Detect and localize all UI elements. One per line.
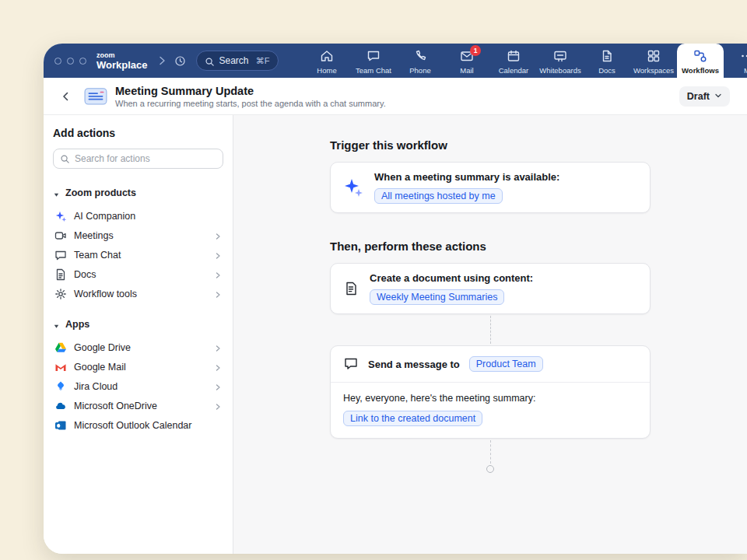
sidebar-item-meetings[interactable]: Meetings (53, 226, 223, 245)
nav-item-label: Workspaces (633, 66, 674, 75)
app-window: zoom Workplace Search ⌘F Home Team Chat (44, 44, 747, 554)
flow-end-circle[interactable] (486, 465, 494, 473)
chevron-right-icon (214, 290, 222, 298)
window-control-dots[interactable] (54, 58, 86, 65)
document-link-chip[interactable]: Link to the created document (343, 411, 482, 426)
nav-item-label: Home (317, 66, 336, 75)
search-label: Search (219, 55, 249, 66)
sidebar-item-label: Meetings (74, 230, 114, 241)
actions-heading: Then, perform these actions (330, 240, 651, 253)
sidebar-title: Add actions (53, 127, 223, 139)
nav-item-label: Mail (460, 66, 473, 75)
sidebar-item-google-drive[interactable]: Google Drive (53, 338, 223, 357)
search-shortcut: ⌘F (256, 56, 270, 66)
chevron-right-icon (214, 363, 222, 371)
sidebar-item-workflow-tools[interactable]: Workflow tools (53, 284, 223, 303)
draft-status-button[interactable]: Draft (679, 86, 730, 107)
section-label: Apps (65, 319, 89, 330)
trigger-card[interactable]: When a meeting summary is available: All… (330, 162, 651, 213)
workflow-subtitle: When a recurring meeting starts, post th… (115, 99, 386, 108)
chevron-down-icon (714, 91, 722, 102)
nav-item-workflows[interactable]: Workflows (677, 44, 724, 78)
connector-dashed (490, 440, 491, 464)
nav-item-label: Calendar (499, 66, 529, 75)
global-search-button[interactable]: Search ⌘F (196, 51, 279, 71)
connector-dashed (490, 316, 491, 344)
sidebar-item-label: AI Companion (74, 211, 135, 222)
chevron-right-icon (214, 251, 222, 259)
sidebar-item-jira-cloud[interactable]: Jira Cloud (53, 376, 223, 396)
back-button[interactable] (56, 86, 76, 107)
nav-item-mail[interactable]: 1 Mail (444, 44, 490, 78)
chevron-right-icon[interactable] (158, 55, 166, 66)
nav-item-whiteboards[interactable]: Whiteboards (537, 44, 584, 78)
top-navigation-bar: zoom Workplace Search ⌘F Home Team Chat (44, 44, 747, 78)
sidebar-item-ai-companion[interactable]: AI Companion (53, 206, 223, 226)
sidebar-item-team-chat[interactable]: Team Chat (53, 245, 223, 264)
chevron-right-icon (214, 232, 222, 240)
sidebar-item-label: Team Chat (74, 250, 121, 261)
logo-zoom-text: zoom (96, 52, 148, 59)
chevron-right-icon (214, 344, 222, 352)
create-document-card[interactable]: Create a document using content: Weekly … (330, 263, 651, 314)
mail-badge: 1 (470, 45, 481, 56)
whiteboards-icon (552, 48, 568, 64)
body-area: Add actions Zoom products AI Companion M… (44, 115, 747, 554)
more-icon (739, 48, 747, 64)
nav-item-phone[interactable]: Phone (397, 44, 444, 78)
nav-item-home[interactable]: Home (303, 44, 350, 78)
send-message-text: Send a message to (368, 359, 460, 370)
sidebar-item-microsoft-onedrive[interactable]: Microsoft OneDrive (53, 396, 223, 415)
document-content-chip[interactable]: Weekly Meeting Summaries (370, 289, 504, 305)
trigger-heading: Trigger this workflow (330, 138, 651, 152)
product-team-chip[interactable]: Product Team (469, 356, 543, 372)
caret-down-icon (53, 190, 60, 197)
jira-cloud-icon (54, 380, 67, 393)
workspaces-icon (646, 48, 661, 64)
nav-items: Home Team Chat Phone 1 Mail Calendar (303, 44, 747, 78)
history-icon[interactable] (174, 54, 187, 68)
nav-item-label: Whiteboards (539, 66, 580, 75)
action-search-input[interactable] (53, 149, 223, 169)
google-mail-icon (54, 361, 67, 373)
sidebar-item-microsoft-outlook-calendar[interactable]: Microsoft Outlook Calendar (53, 415, 223, 435)
meeting-summary-icon (84, 86, 107, 106)
document-icon (343, 281, 359, 296)
nav-item-label: Workflows (682, 66, 719, 75)
trigger-scope-chip[interactable]: All meetings hosted by me (374, 188, 503, 204)
home-icon (319, 48, 335, 64)
sidebar-item-label: Microsoft Outlook Calendar (74, 420, 191, 431)
nav-item-more[interactable]: M (724, 44, 747, 78)
chevron-right-icon (214, 271, 222, 278)
docs-icon (599, 48, 615, 64)
action-search (53, 149, 223, 169)
nav-item-label: Team Chat (356, 66, 391, 75)
docs-icon (54, 268, 67, 281)
nav-item-label: Docs (598, 66, 615, 75)
nav-item-workspaces[interactable]: Workspaces (630, 44, 677, 78)
send-message-card[interactable]: Send a message to Product Team Hey, ever… (330, 345, 651, 439)
caret-down-icon (53, 321, 60, 328)
sidebar-item-label: Jira Cloud (74, 381, 117, 392)
sidebar-item-docs[interactable]: Docs (53, 264, 223, 284)
nav-item-team-chat[interactable]: Team Chat (350, 44, 397, 78)
workflow-tools-icon (54, 288, 67, 300)
section-zoom-products[interactable]: Zoom products (53, 186, 223, 200)
outlook-calendar-icon (54, 419, 67, 432)
nav-item-docs[interactable]: Docs (584, 44, 630, 78)
search-icon (205, 56, 215, 66)
logo-workplace-text: Workplace (96, 60, 148, 70)
ai-companion-icon (54, 210, 67, 222)
nav-item-calendar[interactable]: Calendar (490, 44, 537, 78)
team-chat-icon (54, 249, 67, 261)
sidebar-item-label: Workflow tools (74, 289, 137, 299)
nav-item-label: M (744, 66, 747, 75)
phone-icon (412, 48, 428, 64)
chevron-right-icon (214, 402, 222, 410)
section-apps[interactable]: Apps (53, 317, 223, 331)
workflows-icon (693, 48, 708, 64)
calendar-icon (506, 48, 521, 64)
sidebar-item-google-mail[interactable]: Google Mail (53, 357, 223, 376)
team-chat-icon (366, 48, 381, 64)
nav-item-label: Phone (409, 66, 430, 75)
